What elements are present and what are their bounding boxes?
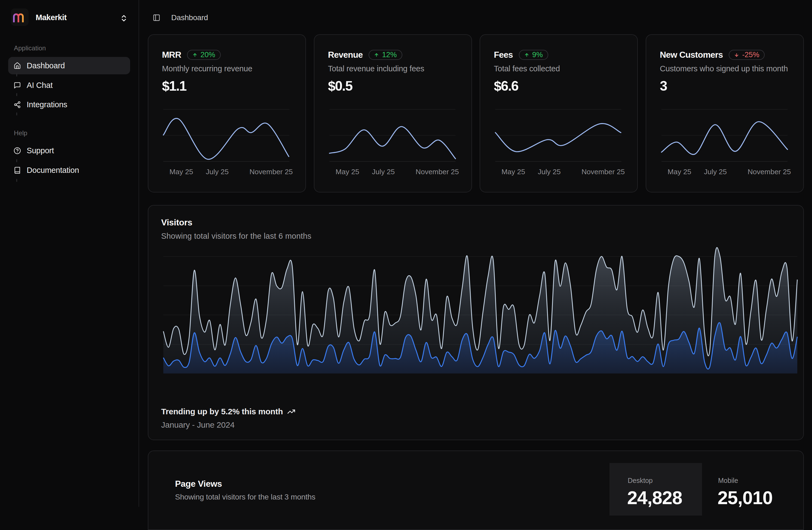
- svg-text:May 25: May 25: [502, 168, 525, 176]
- svg-text:May 25: May 25: [170, 168, 193, 176]
- svg-text:July 25: July 25: [538, 168, 561, 176]
- svg-text:November 25: November 25: [581, 168, 625, 176]
- svg-text:May 25: May 25: [336, 168, 359, 176]
- svg-text:November 25: November 25: [416, 168, 459, 176]
- svg-text:July 25: July 25: [704, 168, 727, 176]
- svg-text:November 25: November 25: [748, 168, 791, 176]
- svg-text:July 25: July 25: [206, 168, 229, 176]
- svg-text:November 25: November 25: [249, 168, 293, 176]
- svg-text:May 25: May 25: [668, 168, 692, 176]
- svg-text:July 25: July 25: [372, 168, 395, 176]
